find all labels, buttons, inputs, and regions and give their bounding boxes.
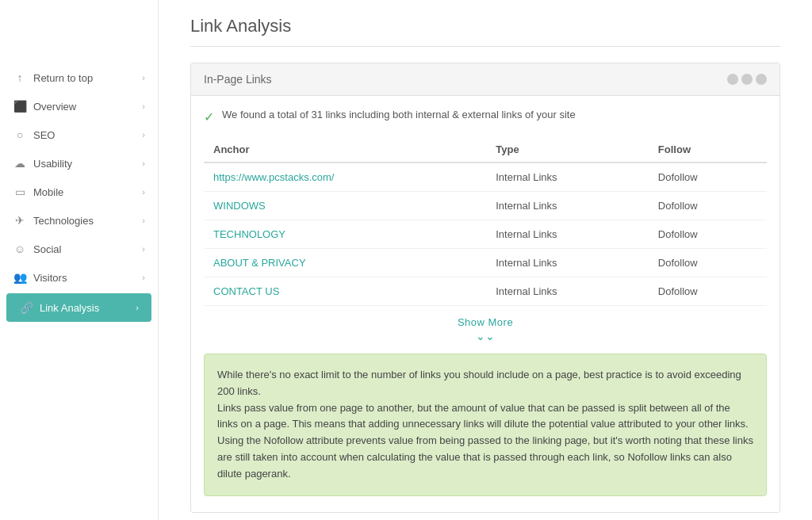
follow-cell: Dofollow — [649, 192, 767, 220]
main-content: Link Analysis In-Page Links ✓ We found a… — [159, 0, 812, 520]
chevron-icon: › — [142, 73, 145, 82]
sidebar-item-overview[interactable]: ⬛ Overview › — [0, 92, 158, 120]
usability-icon: ☁ — [13, 157, 27, 170]
show-more-button[interactable]: Show More — [458, 316, 513, 328]
anchor-link[interactable]: ABOUT & PRIVACY — [213, 257, 306, 269]
in-page-links-icons — [727, 74, 767, 85]
type-cell: Internal Links — [486, 277, 649, 306]
in-page-links-body: ✓ We found a total of 31 links including… — [191, 96, 779, 512]
sidebar-item-link-analysis[interactable]: 🔗 Link Analysis › — [6, 293, 151, 322]
chevron-icon: › — [142, 244, 145, 254]
sidebar: ↑ Return to top › ⬛ Overview › ○ SEO › ☁… — [0, 0, 159, 520]
table-row: WINDOWSInternal LinksDofollow — [204, 192, 767, 220]
col-anchor: Anchor — [204, 137, 486, 162]
table-row: https://www.pcstacks.com/Internal LinksD… — [204, 162, 767, 192]
sidebar-item-usability[interactable]: ☁ Usability › — [0, 149, 158, 178]
in-page-links-header: In-Page Links — [191, 63, 779, 96]
chevron-icon: › — [142, 216, 145, 225]
table-row: CONTACT USInternal LinksDofollow — [204, 277, 767, 306]
sidebar-item-return-to-top[interactable]: ↑ Return to top › — [0, 63, 158, 92]
chevron-icon: › — [142, 159, 145, 168]
sidebar-label-overview: Overview — [33, 101, 76, 113]
visitors-icon: 👥 — [13, 271, 27, 284]
sidebar-item-seo[interactable]: ○ SEO › — [0, 120, 158, 149]
col-type: Type — [486, 137, 649, 162]
seo-icon: ○ — [13, 128, 27, 141]
sidebar-item-visitors[interactable]: 👥 Visitors › — [0, 263, 158, 292]
dot-icon-3 — [756, 74, 767, 85]
chevron-icon: › — [142, 101, 145, 111]
sidebar-label-visitors: Visitors — [33, 272, 67, 284]
chevron-down-double-icon: ⌄⌄ — [204, 330, 767, 342]
anchor-link[interactable]: https://www.pcstacks.com/ — [213, 171, 334, 183]
summary-text: We found a total of 31 links including b… — [222, 109, 576, 120]
page-title: Link Analysis — [190, 16, 780, 47]
chevron-icon: › — [136, 303, 139, 312]
return-to-top-icon: ↑ — [13, 71, 27, 84]
type-cell: Internal Links — [486, 192, 649, 220]
follow-cell: Dofollow — [649, 249, 767, 277]
social-icon: ☺ — [13, 243, 27, 255]
chevron-icon: › — [142, 187, 145, 197]
dot-icon-1 — [727, 74, 738, 85]
sidebar-label-seo: SEO — [33, 129, 55, 141]
sidebar-label-technologies: Technologies — [33, 215, 94, 227]
in-page-links-title: In-Page Links — [204, 73, 272, 86]
type-cell: Internal Links — [486, 162, 649, 192]
anchor-link[interactable]: WINDOWS — [213, 200, 266, 212]
links-table: Anchor Type Follow https://www.pcstacks.… — [204, 137, 767, 306]
follow-cell: Dofollow — [649, 162, 767, 192]
chevron-icon: › — [142, 130, 145, 140]
follow-cell: Dofollow — [649, 220, 767, 249]
sidebar-label-link-analysis: Link Analysis — [40, 302, 99, 314]
chevron-icon: › — [142, 273, 145, 282]
anchor-link[interactable]: CONTACT US — [213, 285, 279, 297]
technologies-icon: ✈ — [13, 214, 27, 227]
dot-icon-2 — [741, 74, 753, 85]
overview-icon: ⬛ — [13, 100, 27, 113]
mobile-icon: ▭ — [13, 185, 27, 198]
sidebar-item-technologies[interactable]: ✈ Technologies › — [0, 206, 158, 235]
type-cell: Internal Links — [486, 220, 649, 249]
table-row: TECHNOLOGYInternal LinksDofollow — [204, 220, 767, 249]
in-page-links-section: In-Page Links ✓ We found a total of 31 l… — [190, 63, 780, 513]
sidebar-label-return-to-top: Return to top — [33, 72, 93, 84]
check-icon: ✓ — [204, 109, 214, 124]
sidebar-item-mobile[interactable]: ▭ Mobile › — [0, 178, 158, 206]
link-analysis-icon: 🔗 — [19, 301, 33, 314]
col-follow: Follow — [649, 137, 767, 162]
table-row: ABOUT & PRIVACYInternal LinksDofollow — [204, 249, 767, 277]
sidebar-label-usability: Usability — [33, 158, 72, 170]
follow-cell: Dofollow — [649, 277, 767, 306]
info-box: While there's no exact limit to the numb… — [204, 354, 767, 496]
sidebar-label-social: Social — [33, 243, 61, 255]
sidebar-label-mobile: Mobile — [33, 186, 63, 198]
summary-row: ✓ We found a total of 31 links including… — [204, 109, 767, 124]
show-more-row: Show More ⌄⌄ — [204, 306, 767, 347]
type-cell: Internal Links — [486, 249, 649, 277]
sidebar-item-social[interactable]: ☺ Social › — [0, 235, 158, 263]
anchor-link[interactable]: TECHNOLOGY — [213, 228, 285, 240]
